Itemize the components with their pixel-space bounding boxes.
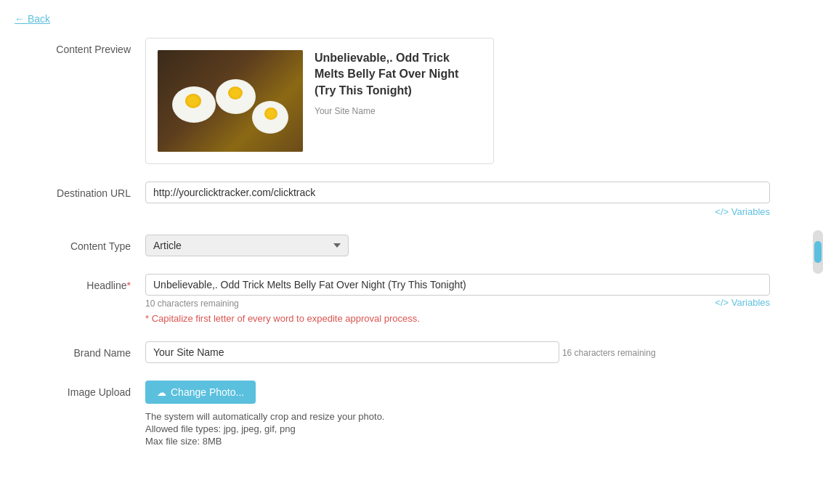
brand-name-chars-remaining: 16 characters remaining	[562, 348, 656, 358]
preview-text: Unbelievable,. Odd Trick Melts Belly Fat…	[315, 50, 482, 116]
destination-url-row: Destination URL </> Variables	[29, 182, 794, 217]
preview-box: Unbelievable,. Odd Trick Melts Belly Fat…	[145, 38, 494, 164]
content-type-wrapper: Article Blog Post Video Review	[145, 235, 770, 256]
content-type-label: Content Type	[29, 235, 145, 252]
image-upload-row: Image Upload ☁ Change Photo... The syste…	[29, 381, 794, 448]
egg-pan-illustration	[158, 50, 303, 152]
preview-image	[158, 50, 303, 152]
brand-name-input[interactable]	[145, 341, 559, 363]
image-upload-label: Image Upload	[29, 381, 145, 398]
content-type-select[interactable]: Article Blog Post Video Review	[145, 235, 349, 256]
upload-info: The system will automatically crop and r…	[145, 411, 770, 447]
destination-url-label: Destination URL	[29, 182, 145, 199]
destination-url-input[interactable]	[145, 182, 770, 203]
auto-crop-note: The system will automatically crop and r…	[145, 411, 770, 422]
back-label: ← Back	[15, 13, 50, 25]
content-preview-label: Content Preview	[29, 38, 145, 55]
headline-row: Headline* 10 characters remaining </> Va…	[29, 274, 794, 324]
preview-headline: Unbelievable,. Odd Trick Melts Belly Fat…	[315, 50, 482, 99]
back-link[interactable]: ← Back	[0, 0, 65, 38]
egg-yolk-2	[228, 86, 243, 99]
egg-yolk-1	[185, 94, 201, 108]
preview-site-name: Your Site Name	[315, 106, 376, 116]
max-size: Max file size: 8MB	[145, 436, 770, 447]
headline-chars-remaining: 10 characters remaining	[145, 298, 239, 309]
brand-name-label: Brand Name	[29, 341, 145, 359]
headline-required-marker: *	[127, 280, 131, 291]
scroll-thumb	[814, 241, 822, 263]
headline-label: Headline*	[29, 274, 145, 291]
headline-wrapper: 10 characters remaining </> Variables * …	[145, 274, 770, 324]
scroll-indicator[interactable]	[813, 230, 823, 274]
change-photo-button[interactable]: ☁ Change Photo...	[145, 381, 256, 404]
headline-capitalize-note: * Capitalize first letter of every word …	[145, 313, 770, 324]
image-upload-wrapper: ☁ Change Photo... The system will automa…	[145, 381, 770, 448]
destination-url-wrapper: </> Variables	[145, 182, 770, 217]
content-type-row: Content Type Article Blog Post Video Rev…	[29, 235, 794, 256]
headline-input[interactable]	[145, 274, 770, 296]
headline-variables-link[interactable]: </> Variables	[715, 297, 770, 308]
change-photo-label: Change Photo...	[171, 386, 244, 398]
destination-url-variables-link[interactable]: </> Variables	[145, 206, 770, 217]
brand-name-row: Brand Name 16 characters remaining	[29, 341, 794, 363]
upload-icon: ☁	[157, 387, 166, 398]
brand-name-wrapper: 16 characters remaining	[145, 341, 770, 363]
content-preview-wrapper: Unbelievable,. Odd Trick Melts Belly Fat…	[145, 38, 770, 164]
content-preview-row: Content Preview Unbelievable,. Odd Trick…	[29, 38, 794, 164]
allowed-types: Allowed file types: jpg, jpeg, gif, png	[145, 423, 770, 434]
egg-yolk-3	[264, 107, 277, 120]
form-container: Content Preview Unbelievable,. Odd Trick…	[0, 38, 823, 495]
